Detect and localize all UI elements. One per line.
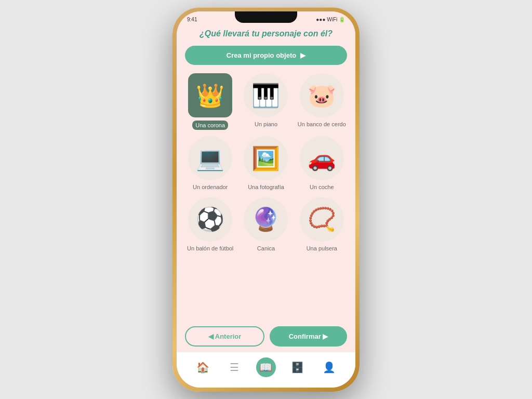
bottom-buttons: ◀ Anterior Confirmar ▶ (177, 322, 355, 352)
item-canica-label: Canica (257, 245, 275, 252)
item-coche-image: 🚗 (300, 136, 344, 180)
anterior-button[interactable]: ◀ Anterior (185, 326, 264, 347)
item-piano[interactable]: 🎹 Un piano (241, 73, 291, 130)
bottom-nav: 🏠 ☰ 📖 🗄️ 👤 (177, 352, 355, 388)
nav-list-button[interactable]: ☰ (224, 357, 244, 377)
screen: 9:41 ●●● WiFi 🔋 ¿Qué llevará tu personaj… (177, 11, 355, 352)
create-button-label: Crea mi propio objeto (227, 51, 296, 59)
nav-book-button[interactable]: 📖 (256, 357, 276, 377)
item-piano-image: 🎹 (244, 73, 288, 117)
anterior-label: ◀ Anterior (208, 332, 242, 340)
item-corona-image: 👑 (188, 73, 232, 117)
create-button-arrow: ▶ (300, 51, 305, 59)
item-banco-label: Un banco de cerdo (298, 121, 346, 128)
item-canica-image: 🔮 (244, 197, 288, 242)
item-coche-label: Un coche (310, 183, 334, 191)
item-balon-label: Un balón de fútbol (187, 245, 233, 252)
item-foto-image: 🖼️ (244, 136, 288, 180)
items-grid: 👑 Una corona 🎹 Un piano 🐷 (185, 73, 347, 252)
item-balon[interactable]: ⚽ Un balón de fútbol (185, 197, 235, 252)
nav-user-button[interactable]: 👤 (320, 357, 339, 377)
item-pulsera[interactable]: 📿 Una pulsera (297, 197, 347, 252)
item-corona[interactable]: 👑 Una corona (185, 73, 235, 130)
nav-home-button[interactable]: 🏠 (193, 357, 212, 377)
item-ordenador-image: 💻 (188, 136, 232, 180)
notch-bar: 9:41 ●●● WiFi 🔋 (177, 11, 355, 25)
phone-inner: 9:41 ●●● WiFi 🔋 ¿Qué llevará tu personaj… (177, 11, 355, 388)
scroll-area: ¿Qué llevará tu personaje con él? Crea m… (177, 25, 355, 322)
item-canica[interactable]: 🔮 Canica (241, 197, 291, 252)
status-time: 9:41 (187, 17, 197, 22)
confirmar-label: Confirmar ▶ (289, 332, 328, 340)
item-banco-image: 🐷 (300, 73, 344, 117)
item-piano-label: Un piano (255, 121, 277, 128)
item-banco[interactable]: 🐷 Un banco de cerdo (297, 73, 347, 130)
item-pulsera-image: 📿 (300, 197, 344, 242)
status-icons: ●●● WiFi 🔋 (316, 17, 345, 22)
phone-frame: 9:41 ●●● WiFi 🔋 ¿Qué llevará tu personaj… (172, 7, 360, 392)
page-title: ¿Qué llevará tu personaje con él? (185, 29, 347, 38)
confirmar-button[interactable]: Confirmar ▶ (270, 326, 347, 347)
item-coche[interactable]: 🚗 Un coche (297, 136, 347, 191)
item-foto[interactable]: 🖼️ Una fotografía (241, 136, 291, 191)
create-object-button[interactable]: Crea mi propio objeto ▶ (185, 46, 347, 65)
item-corona-label: Una corona (192, 121, 228, 130)
item-ordenador[interactable]: 💻 Un ordenador (185, 136, 235, 191)
nav-db-button[interactable]: 🗄️ (288, 357, 308, 377)
item-balon-image: ⚽ (188, 197, 232, 242)
item-foto-label: Una fotografía (248, 183, 284, 191)
item-pulsera-label: Una pulsera (307, 245, 337, 252)
item-ordenador-label: Un ordenador (193, 183, 228, 191)
